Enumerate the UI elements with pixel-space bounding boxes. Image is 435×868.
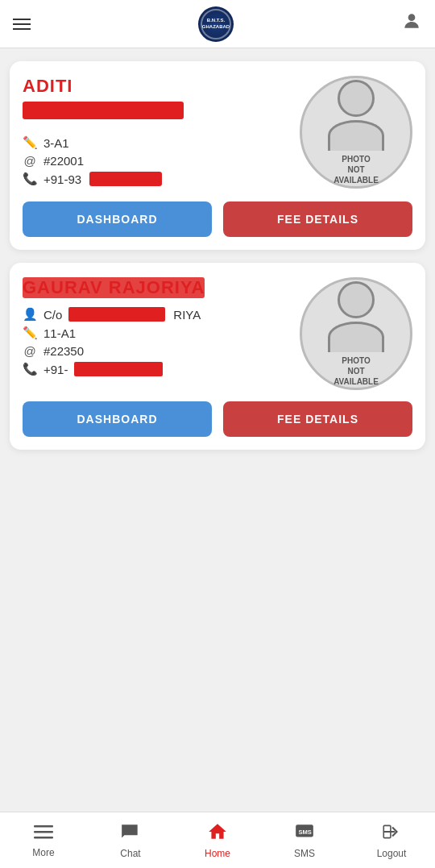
- student-1-phone-prefix: +91-93: [44, 172, 81, 186]
- header: B.N.T.S.GHAZABAD: [0, 0, 435, 48]
- card-2-buttons: DASHBOARD FEE DETAILS: [23, 401, 412, 437]
- student-2-photo: PHOTONOTAVAILABLE: [300, 277, 412, 390]
- nav-more[interactable]: More: [0, 812, 87, 868]
- fee-details-button-2[interactable]: FEE DETAILS: [223, 401, 412, 437]
- parent-suffix: RIYA: [173, 308, 201, 322]
- nav-chat-label: Chat: [120, 848, 140, 859]
- svg-rect-2: [34, 831, 53, 833]
- home-icon: [207, 821, 228, 845]
- nav-more-label: More: [32, 847, 54, 858]
- svg-point-0: [408, 14, 416, 21]
- student-1-roll-row: @ #22001: [23, 154, 292, 168]
- dashboard-button-2[interactable]: DASHBOARD: [23, 401, 212, 437]
- student-2-roll: #22350: [44, 344, 84, 358]
- nav-home-label: Home: [205, 848, 230, 859]
- student-card-2: GAURAV RAJORIYA 👤 C/o RIYA ✏️ 11-A1 @ #2…: [10, 263, 425, 450]
- phone-icon-2: 📞: [23, 362, 37, 376]
- student-2-phone-prefix: +91-: [44, 363, 68, 376]
- nav-chat[interactable]: Chat: [87, 812, 174, 868]
- svg-rect-1: [34, 825, 53, 828]
- student-1-class-row: ✏️ 3-A1: [23, 135, 292, 150]
- sms-icon: SMS: [294, 821, 315, 845]
- app-logo: B.N.T.S.GHAZABAD: [198, 6, 234, 42]
- logout-icon: [381, 821, 402, 845]
- main-content: ADITI ✏️ 3-A1 @ #22001 📞 +91-93: [0, 48, 435, 812]
- student-card-1: ADITI ✏️ 3-A1 @ #22001 📞 +91-93: [10, 61, 425, 250]
- student-2-class: 11-A1: [44, 326, 76, 340]
- svg-rect-6: [383, 831, 395, 833]
- student-2-phone-row: 📞 +91-: [23, 362, 292, 376]
- chat-icon: [120, 821, 141, 845]
- student-2-parent-row: 👤 C/o RIYA: [23, 307, 292, 322]
- class-icon-2: ✏️: [23, 326, 37, 340]
- parent-icon: 👤: [23, 307, 37, 322]
- student-2-phone-redacted: [74, 362, 163, 376]
- logo-circle: B.N.T.S.GHAZABAD: [198, 6, 234, 42]
- student-1-photo: PHOTONOTAVAILABLE: [300, 76, 412, 189]
- card-1-buttons: DASHBOARD FEE DETAILS: [23, 201, 412, 237]
- logo-text: B.N.T.S.GHAZABAD: [202, 18, 230, 29]
- photo-head-2: [338, 281, 375, 318]
- student-2-name: GAURAV RAJORIYA: [23, 277, 205, 298]
- student-1-phone-row: 📞 +91-93: [23, 172, 292, 186]
- card-1-header: ADITI ✏️ 3-A1 @ #22001 📞 +91-93: [23, 76, 412, 190]
- student-2-roll-row: @ #22350: [23, 344, 292, 358]
- parent-redacted-2: [68, 307, 165, 322]
- roll-icon: @: [23, 154, 37, 168]
- student-1-info: ADITI ✏️ 3-A1 @ #22001 📞 +91-93: [23, 76, 292, 190]
- roll-icon-2: @: [23, 344, 37, 358]
- student-2-class-row: ✏️ 11-A1: [23, 326, 292, 340]
- photo-not-available-2: PHOTONOTAVAILABLE: [334, 355, 379, 387]
- more-icon: [34, 822, 53, 845]
- dashboard-button-1[interactable]: DASHBOARD: [23, 201, 212, 237]
- nav-logout[interactable]: Logout: [348, 812, 435, 868]
- nav-logout-label: Logout: [377, 848, 407, 859]
- photo-not-available-1: PHOTONOTAVAILABLE: [334, 154, 379, 185]
- student-1-name-redacted: [23, 102, 184, 119]
- nav-sms-label: SMS: [294, 848, 315, 859]
- profile-button[interactable]: [401, 10, 422, 37]
- nav-home[interactable]: Home: [174, 812, 261, 868]
- class-icon: ✏️: [23, 135, 37, 150]
- student-1-name: ADITI: [23, 76, 292, 97]
- student-1-class: 3-A1: [44, 136, 69, 150]
- name-2-overlay: [23, 277, 205, 298]
- nav-sms[interactable]: SMS SMS: [261, 812, 348, 868]
- photo-head-1: [338, 80, 375, 117]
- card-2-header: GAURAV RAJORIYA 👤 C/o RIYA ✏️ 11-A1 @ #2…: [23, 277, 412, 390]
- fee-details-button-1[interactable]: FEE DETAILS: [223, 201, 412, 237]
- phone-icon-1: 📞: [23, 172, 37, 186]
- student-2-info: GAURAV RAJORIYA 👤 C/o RIYA ✏️ 11-A1 @ #2…: [23, 277, 292, 380]
- student-1-phone-redacted: [89, 172, 162, 186]
- bottom-nav: More Chat Home SMS SMS Logout: [0, 812, 435, 868]
- svg-rect-3: [34, 837, 53, 839]
- svg-text:SMS: SMS: [298, 829, 311, 836]
- parent-label: C/o: [44, 308, 62, 322]
- photo-body-1: [328, 120, 384, 151]
- menu-button[interactable]: [13, 15, 31, 33]
- photo-body-2: [328, 322, 384, 352]
- student-1-roll: #22001: [44, 154, 84, 168]
